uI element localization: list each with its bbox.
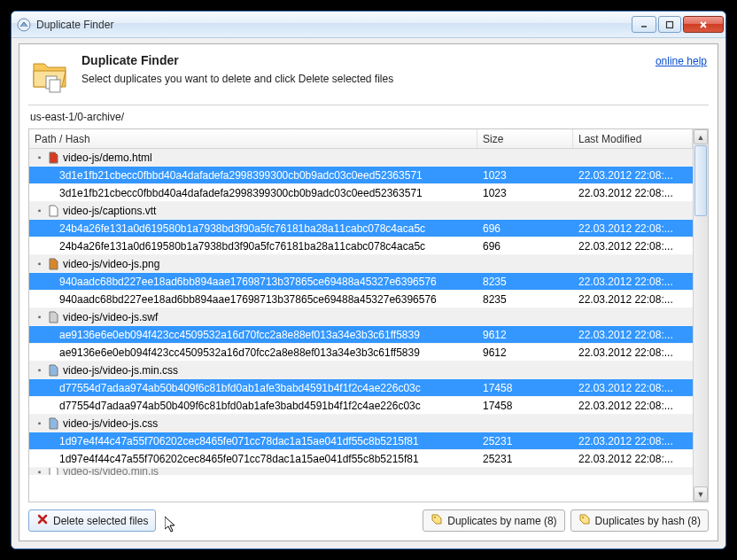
table-row-partial[interactable]: ▪video-js/video.min.js: [29, 468, 693, 475]
app-window: Duplicate Finder Duplicate Finder: [11, 11, 726, 549]
main-panel: Duplicate Finder Select duplicates you w…: [19, 43, 718, 541]
js-icon: [47, 468, 59, 475]
column-header-size[interactable]: Size: [477, 129, 573, 148]
table-row[interactable]: 3d1e1fb21cbecc0fbbd40a4dafadefa299839930…: [29, 167, 693, 184]
row-path-text: video-js/video-js.min.css: [63, 364, 178, 377]
tag-icon: [578, 513, 591, 528]
table-header: Path / Hash Size Last Modified: [29, 129, 693, 149]
row-modified: 22.03.2012 22:08:...: [573, 276, 693, 288]
table-row[interactable]: ▪video-js/video-js.css: [29, 415, 693, 432]
column-header-path[interactable]: Path / Hash: [29, 129, 477, 148]
row-size: 8235: [477, 293, 573, 306]
row-size: 8235: [477, 276, 573, 288]
table-row[interactable]: 1d97e4f44c47a55f706202cec8465fe071cc78da…: [29, 432, 693, 450]
current-path: us-east-1/0-archive/: [19, 105, 718, 128]
file-icon: [47, 205, 59, 217]
expand-icon[interactable]: ▪: [35, 312, 44, 322]
table-rows: ▪video-js/demo.html3d1e1fb21cbecc0fbbd40…: [29, 149, 693, 475]
scroll-up-arrow[interactable]: ▲: [694, 129, 708, 144]
page-title: Duplicate Finder: [81, 53, 656, 67]
row-path-text: 940aadc68bd227ee18ad6bb894aae17698713b37…: [59, 293, 437, 306]
duplicates-by-hash-label: Duplicates by hash (8): [595, 515, 701, 527]
row-path-text: video-js/demo.html: [63, 152, 152, 164]
row-size: 1023: [477, 187, 573, 199]
row-path-text: 24b4a26fe131a0d619580b1a7938bd3f90a5fc76…: [59, 222, 425, 235]
table-row[interactable]: 1d97e4f44c47a55f706202cec8465fe071cc78da…: [29, 450, 693, 468]
row-path-text: ae9136e6e0eb094f423cc4509532a16d70fcc2a8…: [59, 346, 420, 359]
row-size: 696: [477, 222, 573, 235]
minimize-button[interactable]: [632, 16, 656, 33]
duplicates-table: Path / Hash Size Last Modified ▪video-js…: [28, 128, 709, 502]
maximize-button[interactable]: [658, 16, 681, 33]
row-modified: 22.03.2012 22:08:...: [573, 346, 693, 359]
tag-icon: [431, 513, 443, 528]
expand-icon[interactable]: ▪: [35, 468, 44, 475]
table-row[interactable]: 940aadc68bd227ee18ad6bb894aae17698713b37…: [29, 273, 693, 291]
row-modified: 22.03.2012 22:08:...: [573, 453, 693, 465]
css-icon: [47, 364, 59, 377]
expand-icon[interactable]: ▪: [35, 152, 44, 162]
table-row[interactable]: 940aadc68bd227ee18ad6bb894aae17698713b37…: [29, 291, 693, 308]
table-row[interactable]: 3d1e1fb21cbecc0fbbd40a4dafadefa299839930…: [29, 184, 693, 202]
vertical-scrollbar[interactable]: ▲ ▼: [693, 129, 708, 502]
row-path-text: video-js/captions.vtt: [63, 205, 156, 217]
row-size: 9612: [477, 329, 573, 341]
row-modified: 22.03.2012 22:08:...: [573, 169, 693, 182]
table-row[interactable]: 24b4a26fe131a0d619580b1a7938bd3f90a5fc76…: [29, 220, 693, 237]
row-modified: 22.03.2012 22:08:...: [573, 240, 693, 253]
close-button[interactable]: [683, 16, 724, 33]
svg-point-9: [434, 517, 436, 518]
row-modified: 22.03.2012 22:08:...: [573, 400, 693, 412]
duplicates-by-name-button[interactable]: Duplicates by name (8): [423, 509, 564, 532]
table-row[interactable]: d77554d7adaa974ab50b409f6c81bfd0ab1afe3b…: [29, 397, 693, 415]
row-modified: 22.03.2012 22:08:...: [573, 293, 693, 306]
expand-icon[interactable]: ▪: [35, 365, 44, 375]
table-row[interactable]: ▪video-js/demo.html: [29, 149, 693, 167]
row-path-text: 3d1e1fb21cbecc0fbbd40a4dafadefa299839930…: [59, 169, 423, 182]
table-row[interactable]: ae9136e6e0eb094f423cc4509532a16d70fcc2a8…: [29, 344, 693, 362]
delete-selected-button[interactable]: Delete selected files: [28, 509, 156, 532]
scroll-thumb[interactable]: [694, 145, 707, 216]
table-row[interactable]: d77554d7adaa974ab50b409f6c81bfd0ab1afe3b…: [29, 379, 693, 397]
scroll-track[interactable]: [694, 217, 708, 486]
row-path-text: d77554d7adaa974ab50b409f6c81bfd0ab1afe3b…: [59, 400, 421, 412]
swf-icon: [47, 311, 59, 323]
column-header-modified[interactable]: Last Modified: [573, 129, 693, 148]
table-row[interactable]: 24b4a26fe131a0d619580b1a7938bd3f90a5fc76…: [29, 237, 693, 255]
html-icon: [47, 152, 59, 164]
window-title: Duplicate Finder: [36, 19, 632, 31]
expand-icon[interactable]: ▪: [35, 259, 44, 268]
row-modified: 22.03.2012 22:08:...: [573, 382, 693, 394]
table-row[interactable]: ae9136e6e0eb094f423cc4509532a16d70fcc2a8…: [29, 326, 693, 344]
row-modified: 22.03.2012 22:08:...: [573, 435, 693, 447]
svg-rect-2: [667, 21, 673, 27]
folder-duplicate-icon: [30, 55, 69, 94]
table-row[interactable]: ▪video-js/video-js.png: [29, 255, 693, 273]
duplicates-by-hash-button[interactable]: Duplicates by hash (8): [570, 509, 709, 532]
table-row[interactable]: ▪video-js/video-js.min.css: [29, 362, 693, 379]
row-path-text: video-js/video-js.css: [63, 417, 158, 430]
scroll-down-arrow[interactable]: ▼: [694, 486, 708, 502]
row-size: 1023: [477, 169, 573, 182]
png-icon: [47, 258, 59, 270]
table-row[interactable]: ▪video-js/video-js.swf: [29, 308, 693, 326]
row-path-text: 3d1e1fb21cbecc0fbbd40a4dafadefa299839930…: [59, 187, 423, 199]
row-size: 25231: [477, 453, 573, 465]
svg-point-10: [582, 517, 584, 518]
svg-rect-6: [50, 80, 60, 92]
delete-selected-label: Delete selected files: [53, 515, 148, 527]
row-path-text: video-js/video-js.png: [63, 258, 159, 270]
titlebar[interactable]: Duplicate Finder: [12, 12, 725, 38]
css-icon: [47, 417, 59, 430]
online-help-link[interactable]: online help: [656, 55, 707, 67]
row-modified: 22.03.2012 22:08:...: [573, 187, 693, 199]
row-path-text: 940aadc68bd227ee18ad6bb894aae17698713b37…: [59, 276, 437, 288]
table-row[interactable]: ▪video-js/captions.vtt: [29, 202, 693, 220]
expand-icon[interactable]: ▪: [35, 206, 44, 215]
app-icon: [17, 18, 31, 32]
row-modified: 22.03.2012 22:08:...: [573, 329, 693, 341]
row-size: 9612: [477, 346, 573, 359]
delete-icon: [36, 513, 49, 528]
row-size: 25231: [477, 435, 573, 447]
expand-icon[interactable]: ▪: [35, 418, 44, 428]
